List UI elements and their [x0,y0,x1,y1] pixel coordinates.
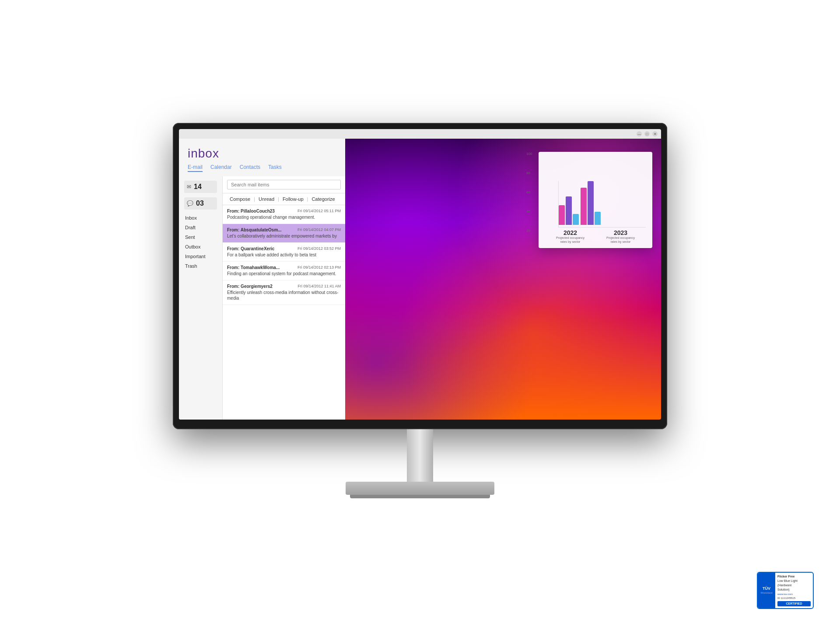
email-item[interactable]: From: Georgiemyers2 Fri 09/14/2012 11:41… [223,280,345,305]
sidebar-nav-important[interactable]: Important [184,252,217,260]
nav-item-e-mail[interactable]: E-mail [188,164,203,172]
nav-item-calendar[interactable]: Calendar [210,164,232,172]
monitor-bezel: — □ ✕ inbox E-mailCalendarContactsTasks [173,123,667,429]
email-time: Fri 09/14/2012 11:41 AM [298,284,341,289]
tuv-id: ID 1111245515 [777,596,811,600]
tuv-info: Flicker Free Low Blue Light (Hardware So… [775,573,813,608]
tuv-logo: TÜV Rheinland [758,573,775,608]
email-header: inbox E-mailCalendarContactsTasks [179,139,345,176]
chart-label: Projected occupancy rates by sector [606,236,636,244]
restore-button[interactable]: □ [644,131,650,136]
email-subject: For a ballpark value added activity to b… [227,252,341,258]
chart-bar-pink [581,188,587,225]
chart-bar-pink [559,205,565,225]
chart-bar-blue [595,212,601,225]
tuv-certified: CERTIFIED [777,601,811,606]
email-time: Fri 09/14/2012 03:52 PM [298,246,341,251]
toolbar-separator: | [306,196,309,203]
email-from: From: QuarantineXeric [227,246,274,251]
tuv-line-3: (Hardware [777,583,811,588]
chart-year-group: 2023 Projected occupancy rates by sector [606,229,636,244]
toolbar-unread[interactable]: Unread [256,196,277,203]
chart-y-label: 100 [526,152,532,156]
email-from: From: TomahawkWoma... [227,265,280,270]
email-subject: Efficiently unleash cross-media informat… [227,290,341,301]
sidebar-nav-outbox[interactable]: Outbox [184,243,217,251]
close-button[interactable]: ✕ [652,131,658,136]
chart-overlay: 10080604020 2022 Projected occupancy rat… [539,152,652,248]
counter-icon: 💬 [187,200,193,206]
monitor-wrapper: — □ ✕ inbox E-mailCalendarContactsTasks [173,123,667,495]
counter-icon: ✉ [187,184,191,190]
toolbar-compose[interactable]: Compose [227,196,253,203]
toolbar-follow-up[interactable]: Follow-up [280,196,306,203]
chart-year: 2023 [606,229,636,236]
screen-titlebar: — □ ✕ [179,129,661,139]
tuv-badge: TÜV Rheinland Flicker Free Low Blue Ligh… [757,572,814,609]
counter-number: 14 [194,183,202,191]
chart-year: 2022 [555,229,586,236]
email-subject: Let's collaboratively administrate empow… [227,233,341,239]
chart-bars-area [558,181,646,228]
email-item[interactable]: From: AbsquatulateOsm... Fri 09/14/2012 … [223,224,345,243]
sidebar-nav-inbox[interactable]: Inbox [184,214,217,222]
chart-y-labels: 10080604020 [526,152,532,248]
email-from: From: Georgiemyers2 [227,284,273,289]
toolbar-separator: | [253,196,256,203]
email-time: Fri 09/14/2012 04:07 PM [298,228,341,232]
minimize-button[interactable]: — [637,131,642,136]
chart-year-group: 2022 Projected occupancy rates by sector [555,229,586,244]
chart-x-labels: 2022 Projected occupancy rates by sector… [545,228,646,244]
scene: — □ ✕ inbox E-mailCalendarContactsTasks [0,0,840,644]
chart-y-label: 60 [526,190,532,194]
chart-y-label: 40 [526,210,532,214]
monitor-stand-base [346,482,494,495]
chart-y-label: 80 [526,171,532,175]
email-item[interactable]: From: TomahawkWoma... Fri 09/14/2012 02:… [223,262,345,280]
tuv-line-1: Flicker Free [777,574,811,579]
sidebar-nav-sent[interactable]: Sent [184,233,217,241]
tuv-url: www.tuv.com [777,592,811,596]
tuv-logo-text: TÜV [763,587,770,591]
email-item[interactable]: From: QuarantineXeric Fri 09/14/2012 03:… [223,243,345,262]
chart-bar-purple [566,196,572,225]
email-main: Compose | Unread | Follow-up | Categoriz… [223,176,345,420]
sidebar-nav-trash[interactable]: Trash [184,262,217,270]
email-sidebar: ✉14💬03InboxDraftSentOutboxImportantTrash [179,176,223,420]
sidebar-counter: 💬03 [184,197,217,210]
chart-bar-purple [588,181,594,225]
app-title: inbox [188,147,336,161]
email-search-area [223,176,345,193]
bar-group [581,181,601,225]
chart-bar-blue [573,214,579,225]
email-body: ✉14💬03InboxDraftSentOutboxImportantTrash… [179,176,345,420]
monitor-screen: — □ ✕ inbox E-mailCalendarContactsTasks [179,129,661,420]
email-nav: E-mailCalendarContactsTasks [188,164,336,172]
search-input[interactable] [227,180,341,189]
email-from: From: PillalooCouch23 [227,209,275,214]
wallpaper: 10080604020 2022 Projected occupancy rat… [345,139,661,420]
counter-number: 03 [196,200,204,207]
tuv-line-2: Low Blue Light [777,579,811,583]
bar-group [559,196,579,225]
nav-item-tasks[interactable]: Tasks [268,164,282,172]
sidebar-nav-draft[interactable]: Draft [184,224,217,231]
chart-y-label: 20 [526,229,532,233]
nav-item-contacts[interactable]: Contacts [240,164,260,172]
monitor-stand-neck [407,429,433,482]
email-list: From: PillalooCouch23 Fri 09/14/2012 05:… [223,205,345,420]
email-time: Fri 09/14/2012 05:11 PM [298,209,341,214]
email-time: Fri 09/14/2012 02:13 PM [298,265,341,270]
tuv-line-4: Solution) [777,588,811,592]
email-subject: Finding an operational system for podcas… [227,271,341,276]
tuv-logo-sub: Rheinland [760,592,772,594]
toolbar-categorize[interactable]: Categorize [309,196,337,203]
email-subject: Podcasting operational change management… [227,214,341,220]
toolbar-separator: | [277,196,280,203]
email-app: inbox E-mailCalendarContactsTasks ✉14💬03… [179,139,345,420]
chart-label: Projected occupancy rates by sector [555,236,586,244]
email-toolbar: Compose | Unread | Follow-up | Categoriz… [223,193,345,205]
email-from: From: AbsquatulateOsm... [227,228,282,232]
email-item[interactable]: From: PillalooCouch23 Fri 09/14/2012 05:… [223,205,345,224]
sidebar-counter: ✉14 [184,181,217,193]
